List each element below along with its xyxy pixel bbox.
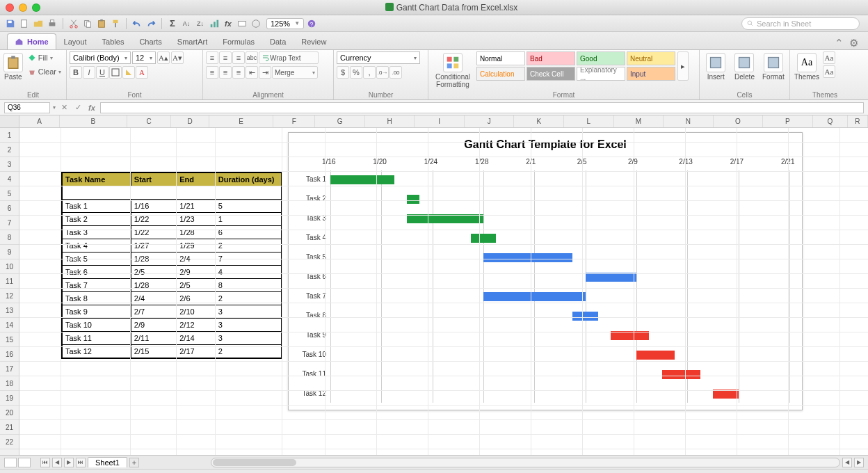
row-header[interactable]: 1 [0,128,19,143]
tab-nav-first[interactable]: ⏮ [40,458,50,467]
currency-icon[interactable]: $ [337,66,349,79]
zoom-window-button[interactable] [32,3,40,12]
gantt-bar[interactable] [572,312,598,321]
cell-grid[interactable]: Task NameStartEndDuration (days)Task 11/… [19,128,868,455]
col-header[interactable]: R [848,115,868,127]
tab-charts[interactable]: Charts [131,34,169,49]
row-header[interactable]: 4 [0,172,19,186]
horizontal-scrollbar[interactable] [211,458,840,467]
gantt-bar[interactable] [636,351,675,360]
col-header[interactable]: J [465,115,515,127]
row-header[interactable]: 10 [0,259,19,274]
sort-za-icon[interactable]: Z↓ [194,17,207,30]
themes-button[interactable]: Aa Themes [793,51,821,81]
chart-icon[interactable] [208,17,220,30]
row-header[interactable]: 7 [0,216,19,230]
decimal-inc-icon[interactable]: .0→ [376,66,389,79]
col-header[interactable]: N [664,115,714,127]
ribbon-collapse-icon[interactable]: ⌃ [832,37,846,49]
help-icon[interactable]: ? [305,17,318,30]
row-header[interactable]: 17 [0,362,19,376]
fx-icon[interactable]: fx [222,17,234,30]
row-header[interactable]: 19 [0,391,19,406]
print-icon[interactable] [46,17,58,30]
gantt-bar[interactable] [662,370,700,379]
cut-icon[interactable] [67,17,80,30]
wrap-text-button[interactable]: Wrap Text [259,51,319,64]
conditional-formatting-button[interactable]: Conditional Formatting [431,51,474,88]
gantt-bar[interactable] [407,195,419,204]
align-middle-icon[interactable]: ≡ [219,51,232,64]
insert-button[interactable]: Insert [702,51,729,81]
autosum-icon[interactable]: Σ [166,17,179,30]
italic-button[interactable]: I [83,66,95,79]
page-layout-view-icon[interactable] [18,458,31,467]
align-left-icon[interactable]: ≡ [206,66,218,79]
tab-nav-last[interactable]: ⏭ [76,458,86,467]
row-header[interactable]: 3 [0,157,19,172]
gantt-chart[interactable]: Gantt Chart Template for Excel 1/161/201… [288,132,803,410]
new-icon[interactable] [18,17,31,30]
tab-home[interactable]: Home [7,33,56,49]
cell-style[interactable]: Good [577,51,625,65]
col-header[interactable]: I [415,115,465,127]
col-header[interactable]: E [209,115,274,127]
row-header[interactable]: 8 [0,230,19,245]
styles-more-icon[interactable]: ▸ [677,51,689,81]
ribbon-settings-icon[interactable]: ⚙ [846,37,861,49]
col-header[interactable]: C [127,115,172,127]
align-right-icon[interactable]: ≡ [232,66,245,79]
cell-style[interactable]: Bad [527,51,575,65]
border-button[interactable] [109,66,122,79]
row-header[interactable]: 21 [0,420,19,435]
col-header[interactable]: G [315,115,365,127]
grow-font-icon[interactable]: A▴ [157,51,170,64]
underline-button[interactable]: U [96,66,108,79]
col-header[interactable]: Q [813,115,848,127]
orientation-icon[interactable]: abc [246,51,258,64]
tab-tables[interactable]: Tables [95,34,132,49]
tab-layout[interactable]: Layout [56,34,95,49]
close-window-button[interactable] [6,3,14,12]
normal-view-icon[interactable] [4,458,17,467]
font-size-selector[interactable]: 12▾ [132,51,156,64]
row-header[interactable]: 14 [0,318,19,332]
col-header[interactable]: A [19,115,60,127]
col-header[interactable]: M [614,115,664,127]
sort-az-icon[interactable]: A↓ [180,17,193,30]
hscroll-left[interactable]: ◀ [842,458,852,467]
sheet-tab-active[interactable]: Sheet1 [88,457,127,467]
decimal-dec-icon[interactable]: .00 [389,66,402,79]
row-header[interactable]: 15 [0,332,19,347]
name-box[interactable]: Q36 [4,102,50,113]
percent-icon[interactable]: % [350,66,362,79]
row-header[interactable]: 16 [0,347,19,362]
add-sheet-button[interactable]: + [129,458,139,467]
delete-button[interactable]: Delete [731,51,757,81]
gantt-bar[interactable] [483,253,572,262]
align-center-icon[interactable]: ≡ [219,66,232,79]
tab-review[interactable]: Review [294,34,334,49]
accept-formula-icon[interactable]: ✓ [72,102,83,113]
tab-nav-next[interactable]: ▶ [64,458,74,467]
cell-style[interactable]: Normal [476,51,525,65]
align-top-icon[interactable]: ≡ [206,51,218,64]
paste-icon[interactable] [95,17,108,30]
tab-nav-prev[interactable]: ◀ [52,458,62,467]
format-painter-icon[interactable] [109,17,122,30]
gantt-bar[interactable] [471,234,497,243]
open-icon[interactable] [32,17,45,30]
undo-icon[interactable] [131,17,143,30]
merge-button[interactable]: Merge▾ [272,66,318,79]
fx-button[interactable]: fx [86,102,97,113]
copy-icon[interactable] [81,17,94,30]
gantt-bar[interactable] [330,175,394,184]
col-header[interactable]: P [763,115,813,127]
col-header[interactable]: B [60,115,127,127]
row-header[interactable]: 22 [0,435,19,449]
number-format-selector[interactable]: Currency▾ [337,51,420,64]
fill-button[interactable]: Fill▾ [26,51,63,64]
fill-color-button[interactable] [122,66,135,79]
search-input[interactable]: Search in Sheet [741,17,860,30]
select-all-corner[interactable] [0,115,19,128]
